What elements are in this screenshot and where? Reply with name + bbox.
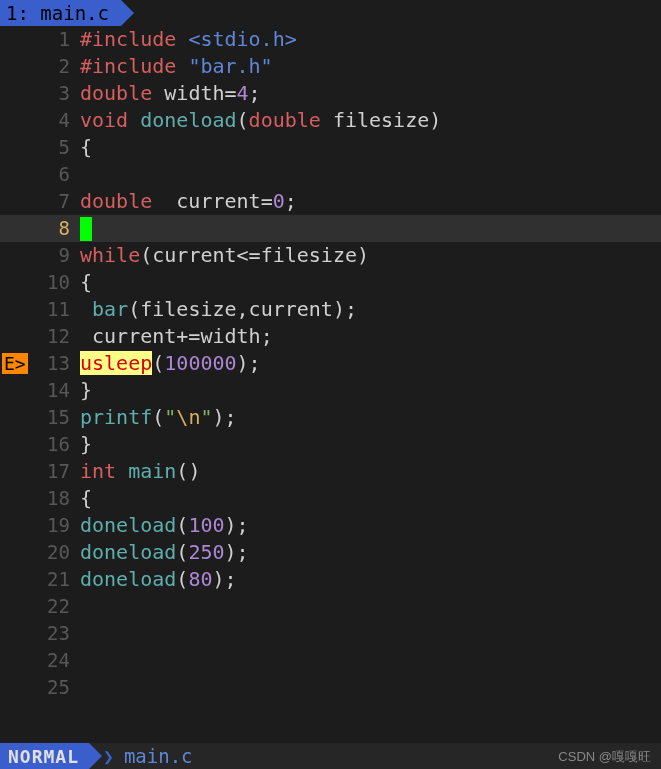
token: ( [140,243,152,267]
status-filename: main.c [124,745,193,767]
line-content[interactable]: current+=width; [80,323,661,350]
line-content[interactable] [80,215,661,242]
token: ); [212,405,236,429]
line-content[interactable]: int main() [80,458,661,485]
line-content[interactable] [80,674,661,701]
token: } [80,432,92,456]
line-number: 22 [34,593,80,620]
code-line[interactable]: 2#include "bar.h" [0,53,661,80]
code-line[interactable]: 4void doneload(double filesize) [0,107,661,134]
line-content[interactable]: double width=4; [80,80,661,107]
token: += [176,324,200,348]
code-line[interactable]: 23 [0,620,661,647]
line-number: 15 [34,404,80,431]
line-content[interactable] [80,647,661,674]
line-content[interactable]: { [80,269,661,296]
line-content[interactable]: while(current<=filesize) [80,242,661,269]
token: ); [237,351,261,375]
code-line[interactable]: 1#include <stdio.h> [0,26,661,53]
line-number: 1 [34,26,80,53]
code-line[interactable]: 15printf("\n"); [0,404,661,431]
sign-column [0,26,34,53]
code-line[interactable]: 6 [0,161,661,188]
line-content[interactable] [80,620,661,647]
sign-column [0,647,34,674]
token: width [200,324,260,348]
code-line[interactable]: 5{ [0,134,661,161]
line-number: 13 [34,350,80,377]
line-content[interactable] [80,593,661,620]
code-line[interactable]: 16} [0,431,661,458]
token: = [261,189,273,213]
code-line[interactable]: 10{ [0,269,661,296]
line-content[interactable]: } [80,377,661,404]
sign-column [0,458,34,485]
line-content[interactable]: void doneload(double filesize) [80,107,661,134]
sign-column [0,53,34,80]
token: ( [176,513,188,537]
line-content[interactable]: doneload(80); [80,566,661,593]
token: ) [429,108,441,132]
code-line[interactable]: 8 [0,215,661,242]
sign-column [0,161,34,188]
sign-column [0,539,34,566]
code-line[interactable]: 9while(current<=filesize) [0,242,661,269]
tab-main-c[interactable]: 1: main.c [0,0,121,26]
code-line[interactable]: 18{ [0,485,661,512]
code-line[interactable]: E>13usleep(100000); [0,350,661,377]
line-number: 10 [34,269,80,296]
code-line[interactable]: 17int main() [0,458,661,485]
line-number: 24 [34,647,80,674]
sign-column [0,323,34,350]
code-line[interactable]: 19doneload(100); [0,512,661,539]
code-line[interactable]: 11 bar(filesize,current); [0,296,661,323]
line-number: 23 [34,620,80,647]
token: 100 [188,513,224,537]
line-content[interactable]: printf("\n"); [80,404,661,431]
line-content[interactable] [80,161,661,188]
line-number: 8 [34,215,80,242]
token: doneload [80,567,176,591]
line-content[interactable]: #include "bar.h" [80,53,661,80]
line-content[interactable]: { [80,134,661,161]
line-number: 21 [34,566,80,593]
code-area[interactable]: 1#include <stdio.h>2#include "bar.h"3dou… [0,26,661,743]
code-line[interactable]: 21doneload(80); [0,566,661,593]
line-content[interactable]: } [80,431,661,458]
token: void [80,108,140,132]
line-content[interactable]: #include <stdio.h> [80,26,661,53]
cursor [80,217,92,241]
line-content[interactable]: usleep(100000); [80,350,661,377]
code-line[interactable]: 24 [0,647,661,674]
token: #include [80,27,188,51]
token: ( [152,405,164,429]
code-line[interactable]: 20doneload(250); [0,539,661,566]
sign-column [0,377,34,404]
code-line[interactable]: 22 [0,593,661,620]
sign-column [0,431,34,458]
token: ); [225,513,249,537]
code-line[interactable]: 7double current=0; [0,188,661,215]
token: { [80,270,92,294]
token: ( [176,567,188,591]
code-line[interactable]: 25 [0,674,661,701]
sign-column [0,404,34,431]
token: 80 [188,567,212,591]
token: ); [333,297,357,321]
sign-column [0,593,34,620]
sign-column [0,269,34,296]
code-line[interactable]: 12 current+=width; [0,323,661,350]
line-content[interactable]: { [80,485,661,512]
line-content[interactable]: doneload(100); [80,512,661,539]
token: ; [249,81,261,105]
code-line[interactable]: 14} [0,377,661,404]
token: double [80,81,164,105]
sign-column [0,512,34,539]
line-content[interactable]: doneload(250); [80,539,661,566]
token: doneload [80,540,176,564]
token: ; [261,324,273,348]
code-line[interactable]: 3double width=4; [0,80,661,107]
token: filesize [333,108,429,132]
line-content[interactable]: double current=0; [80,188,661,215]
line-content[interactable]: bar(filesize,current); [80,296,661,323]
